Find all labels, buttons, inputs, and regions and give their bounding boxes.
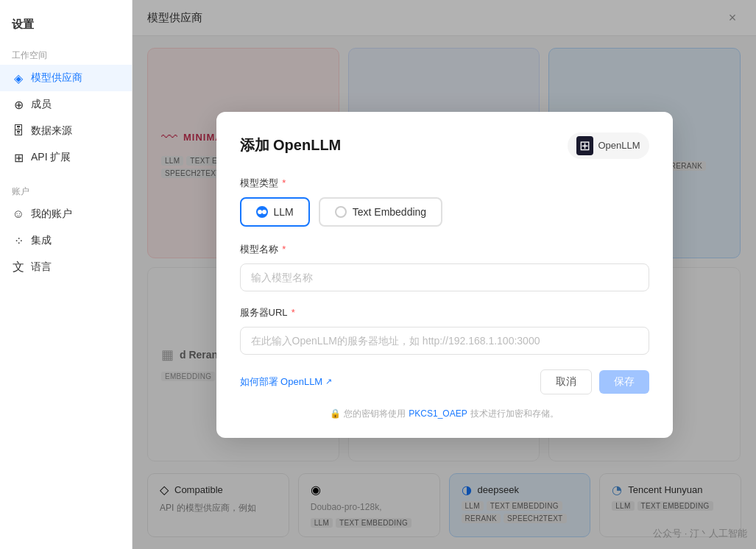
openllm-logo-icon: ⊞ bbox=[576, 136, 593, 155]
external-link-icon: ↗ bbox=[325, 377, 332, 386]
datasource-icon: 🗄 bbox=[12, 124, 25, 138]
server-url-input[interactable] bbox=[240, 327, 649, 355]
sidebar-item-label: 模型供应商 bbox=[31, 71, 82, 85]
sidebar-item-label: 数据来源 bbox=[31, 124, 72, 138]
lock-icon: 🔒 bbox=[330, 408, 341, 419]
security-note: 🔒 您的密钥将使用 PKCS1_OAEP 技术进行加密和存储。 bbox=[240, 408, 649, 420]
modal-footer: 如何部署 OpenLLM ↗ 取消 保存 bbox=[240, 369, 649, 394]
main-area: 模型供应商 × 〰 MINIMAX LLM TEXT EMBEDDING RER… bbox=[133, 0, 756, 549]
server-url-field: 服务器URL * bbox=[240, 306, 649, 355]
sidebar-item-api[interactable]: ⊞ API 扩展 bbox=[0, 144, 132, 171]
model-name-field: 模型名称 * bbox=[240, 243, 649, 291]
radio-dot-llm bbox=[256, 206, 268, 218]
sidebar-item-members[interactable]: ⊕ 成员 bbox=[0, 91, 132, 118]
account-section-label: 账户 bbox=[0, 180, 132, 201]
radio-label-text-embedding: Text Embedding bbox=[353, 206, 426, 218]
sidebar-item-label: 语言 bbox=[31, 261, 52, 274]
sidebar-item-model-provider[interactable]: ◈ 模型供应商 bbox=[0, 65, 132, 91]
modal-header: 添加 OpenLLM ⊞ OpenLLM bbox=[240, 132, 649, 159]
sidebar-item-datasource[interactable]: 🗄 数据来源 bbox=[0, 118, 132, 144]
help-link-label: 如何部署 OpenLLM bbox=[240, 375, 323, 389]
radio-dot-text-embedding bbox=[335, 206, 347, 218]
security-text-pre: 您的密钥将使用 bbox=[344, 408, 406, 420]
model-provider-icon: ◈ bbox=[12, 71, 25, 85]
help-link[interactable]: 如何部署 OpenLLM ↗ bbox=[240, 375, 333, 389]
sidebar-item-language[interactable]: 文 语言 bbox=[0, 254, 132, 280]
server-url-label: 服务器URL * bbox=[240, 306, 649, 319]
modal-add-openllm: 添加 OpenLLM ⊞ OpenLLM 模型类型 * L bbox=[216, 112, 673, 438]
integrations-icon: ⁘ bbox=[12, 234, 25, 247]
confirm-button[interactable]: 保存 bbox=[599, 370, 649, 394]
members-icon: ⊕ bbox=[12, 98, 25, 111]
model-type-radio-group: LLM Text Embedding bbox=[240, 197, 649, 227]
myaccount-icon: ☺ bbox=[12, 208, 25, 221]
sidebar-item-integrations[interactable]: ⁘ 集成 bbox=[0, 227, 132, 254]
sidebar-item-label: 集成 bbox=[31, 234, 52, 247]
model-type-field: 模型类型 * LLM Text Embedding bbox=[240, 177, 649, 227]
required-star-url: * bbox=[292, 307, 295, 318]
cancel-button[interactable]: 取消 bbox=[540, 369, 592, 394]
settings-title: 设置 bbox=[0, 12, 132, 43]
modal-logo: ⊞ OpenLLM bbox=[568, 132, 649, 159]
sidebar-item-label: 我的账户 bbox=[31, 208, 72, 221]
sidebar-item-label: 成员 bbox=[31, 98, 52, 111]
sidebar-item-myaccount[interactable]: ☺ 我的账户 bbox=[0, 201, 132, 227]
openllm-logo-label: OpenLLM bbox=[598, 140, 640, 151]
required-star-type: * bbox=[282, 177, 286, 188]
language-icon: 文 bbox=[12, 261, 25, 274]
modal-overlay: 添加 OpenLLM ⊞ OpenLLM 模型类型 * L bbox=[133, 0, 756, 549]
sidebar: 设置 工作空间 ◈ 模型供应商 ⊕ 成员 🗄 数据来源 ⊞ API 扩展 账户 … bbox=[0, 0, 133, 549]
security-text-post: 技术进行加密和存储。 bbox=[470, 408, 559, 420]
model-name-input[interactable] bbox=[240, 263, 649, 291]
api-icon: ⊞ bbox=[12, 151, 25, 164]
sidebar-item-label: API 扩展 bbox=[31, 151, 71, 164]
workspace-section-label: 工作空间 bbox=[0, 43, 132, 65]
modal-actions: 取消 保存 bbox=[540, 369, 649, 394]
model-name-label: 模型名称 * bbox=[240, 243, 649, 256]
radio-label-llm: LLM bbox=[274, 206, 294, 218]
radio-option-text-embedding[interactable]: Text Embedding bbox=[319, 197, 442, 227]
model-type-label: 模型类型 * bbox=[240, 177, 649, 190]
required-star-name: * bbox=[282, 244, 286, 255]
radio-option-llm[interactable]: LLM bbox=[240, 197, 310, 227]
modal-title: 添加 OpenLLM bbox=[240, 135, 342, 155]
security-link[interactable]: PKCS1_OAEP bbox=[409, 408, 467, 419]
